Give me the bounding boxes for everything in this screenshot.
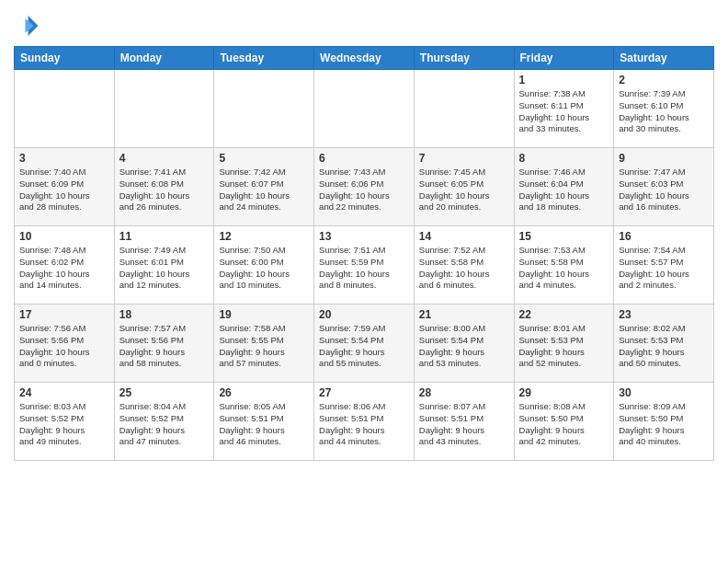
calendar-cell: 23Sunrise: 8:02 AM Sunset: 5:53 PM Dayli…	[614, 304, 714, 383]
calendar-cell: 26Sunrise: 8:05 AM Sunset: 5:51 PM Dayli…	[214, 383, 314, 461]
logo	[14, 13, 43, 39]
day-number: 14	[419, 230, 509, 243]
calendar-cell: 21Sunrise: 8:00 AM Sunset: 5:54 PM Dayli…	[414, 304, 514, 383]
day-info: Sunrise: 7:58 AM Sunset: 5:55 PM Dayligh…	[219, 323, 309, 370]
weekday-header-tuesday: Tuesday	[214, 47, 314, 70]
day-number: 30	[619, 386, 709, 399]
calendar-week-5: 24Sunrise: 8:03 AM Sunset: 5:52 PM Dayli…	[15, 383, 714, 461]
calendar-header-row: SundayMondayTuesdayWednesdayThursdayFrid…	[15, 47, 714, 70]
day-number: 10	[19, 230, 109, 243]
day-info: Sunrise: 7:41 AM Sunset: 6:08 PM Dayligh…	[119, 167, 210, 213]
day-info: Sunrise: 7:52 AM Sunset: 5:58 PM Dayligh…	[419, 245, 509, 292]
calendar-table: SundayMondayTuesdayWednesdayThursdayFrid…	[14, 46, 714, 461]
calendar-cell	[214, 70, 314, 148]
calendar-cell: 22Sunrise: 8:01 AM Sunset: 5:53 PM Dayli…	[514, 304, 614, 383]
day-number: 23	[619, 308, 709, 321]
day-number: 12	[219, 230, 309, 243]
day-info: Sunrise: 7:53 AM Sunset: 5:58 PM Dayligh…	[519, 245, 609, 292]
calendar-cell: 14Sunrise: 7:52 AM Sunset: 5:58 PM Dayli…	[414, 226, 514, 304]
calendar-week-4: 17Sunrise: 7:56 AM Sunset: 5:56 PM Dayli…	[15, 304, 714, 383]
day-info: Sunrise: 7:54 AM Sunset: 5:57 PM Dayligh…	[619, 245, 709, 292]
calendar-cell: 1Sunrise: 7:38 AM Sunset: 6:11 PM Daylig…	[514, 70, 614, 148]
calendar-cell: 11Sunrise: 7:49 AM Sunset: 6:01 PM Dayli…	[114, 226, 214, 304]
day-info: Sunrise: 7:56 AM Sunset: 5:56 PM Dayligh…	[19, 323, 109, 370]
day-info: Sunrise: 7:39 AM Sunset: 6:10 PM Dayligh…	[619, 88, 709, 135]
calendar-cell: 27Sunrise: 8:06 AM Sunset: 5:51 PM Dayli…	[314, 383, 415, 461]
day-info: Sunrise: 7:45 AM Sunset: 6:05 PM Dayligh…	[419, 167, 509, 213]
calendar-cell: 7Sunrise: 7:45 AM Sunset: 6:05 PM Daylig…	[414, 148, 514, 226]
calendar-cell: 12Sunrise: 7:50 AM Sunset: 6:00 PM Dayli…	[214, 226, 314, 304]
calendar-cell: 25Sunrise: 8:04 AM Sunset: 5:52 PM Dayli…	[114, 383, 214, 461]
day-number: 29	[519, 386, 609, 399]
day-number: 21	[419, 308, 509, 321]
weekday-header-friday: Friday	[514, 47, 614, 70]
calendar-cell: 6Sunrise: 7:43 AM Sunset: 6:06 PM Daylig…	[314, 148, 415, 226]
day-info: Sunrise: 8:02 AM Sunset: 5:53 PM Dayligh…	[619, 323, 709, 370]
calendar-cell: 5Sunrise: 7:42 AM Sunset: 6:07 PM Daylig…	[214, 148, 314, 226]
day-number: 11	[119, 230, 210, 243]
day-info: Sunrise: 8:07 AM Sunset: 5:51 PM Dayligh…	[419, 401, 509, 448]
calendar-cell: 29Sunrise: 8:08 AM Sunset: 5:50 PM Dayli…	[514, 383, 614, 461]
weekday-header-thursday: Thursday	[414, 47, 514, 70]
day-number: 6	[319, 152, 409, 165]
day-info: Sunrise: 8:06 AM Sunset: 5:51 PM Dayligh…	[319, 401, 409, 448]
day-info: Sunrise: 8:05 AM Sunset: 5:51 PM Dayligh…	[219, 401, 309, 448]
day-number: 16	[619, 230, 709, 243]
calendar-cell: 13Sunrise: 7:51 AM Sunset: 5:59 PM Dayli…	[314, 226, 415, 304]
day-number: 3	[19, 152, 109, 165]
calendar-cell	[15, 70, 115, 148]
weekday-header-saturday: Saturday	[614, 47, 714, 70]
day-number: 1	[519, 74, 609, 86]
day-number: 7	[419, 152, 509, 165]
day-info: Sunrise: 7:46 AM Sunset: 6:04 PM Dayligh…	[519, 167, 609, 213]
calendar-cell: 28Sunrise: 8:07 AM Sunset: 5:51 PM Dayli…	[414, 383, 514, 461]
weekday-header-sunday: Sunday	[15, 47, 115, 70]
day-info: Sunrise: 7:38 AM Sunset: 6:11 PM Dayligh…	[519, 88, 609, 135]
day-info: Sunrise: 7:57 AM Sunset: 5:56 PM Dayligh…	[119, 323, 210, 370]
day-number: 13	[319, 230, 409, 243]
calendar-cell: 8Sunrise: 7:46 AM Sunset: 6:04 PM Daylig…	[514, 148, 614, 226]
day-number: 15	[519, 230, 609, 243]
calendar-cell: 24Sunrise: 8:03 AM Sunset: 5:52 PM Dayli…	[15, 383, 115, 461]
calendar-cell: 4Sunrise: 7:41 AM Sunset: 6:08 PM Daylig…	[114, 148, 214, 226]
calendar-cell: 19Sunrise: 7:58 AM Sunset: 5:55 PM Dayli…	[214, 304, 314, 383]
day-number: 27	[319, 386, 409, 399]
day-number: 8	[519, 152, 609, 165]
calendar-cell	[414, 70, 514, 148]
day-info: Sunrise: 7:48 AM Sunset: 6:02 PM Dayligh…	[19, 245, 109, 292]
calendar-cell: 2Sunrise: 7:39 AM Sunset: 6:10 PM Daylig…	[614, 70, 714, 148]
calendar-cell: 30Sunrise: 8:09 AM Sunset: 5:50 PM Dayli…	[614, 383, 714, 461]
day-info: Sunrise: 8:09 AM Sunset: 5:50 PM Dayligh…	[619, 401, 709, 448]
day-info: Sunrise: 8:04 AM Sunset: 5:52 PM Dayligh…	[119, 401, 210, 448]
calendar-week-1: 1Sunrise: 7:38 AM Sunset: 6:11 PM Daylig…	[15, 70, 714, 148]
calendar-cell: 20Sunrise: 7:59 AM Sunset: 5:54 PM Dayli…	[314, 304, 415, 383]
calendar-cell: 15Sunrise: 7:53 AM Sunset: 5:58 PM Dayli…	[514, 226, 614, 304]
day-number: 17	[19, 308, 109, 321]
calendar-week-2: 3Sunrise: 7:40 AM Sunset: 6:09 PM Daylig…	[15, 148, 714, 226]
day-info: Sunrise: 7:51 AM Sunset: 5:59 PM Dayligh…	[319, 245, 409, 292]
day-number: 20	[319, 308, 409, 321]
day-info: Sunrise: 7:49 AM Sunset: 6:01 PM Dayligh…	[119, 245, 210, 292]
calendar-cell: 10Sunrise: 7:48 AM Sunset: 6:02 PM Dayli…	[15, 226, 115, 304]
calendar-cell: 17Sunrise: 7:56 AM Sunset: 5:56 PM Dayli…	[15, 304, 115, 383]
calendar-cell: 18Sunrise: 7:57 AM Sunset: 5:56 PM Dayli…	[114, 304, 214, 383]
calendar-cell	[114, 70, 214, 148]
day-info: Sunrise: 8:00 AM Sunset: 5:54 PM Dayligh…	[419, 323, 509, 370]
weekday-header-monday: Monday	[114, 47, 214, 70]
day-number: 2	[619, 74, 709, 86]
day-number: 19	[219, 308, 309, 321]
day-info: Sunrise: 7:50 AM Sunset: 6:00 PM Dayligh…	[219, 245, 309, 292]
logo-icon	[14, 13, 40, 39]
day-info: Sunrise: 7:47 AM Sunset: 6:03 PM Dayligh…	[619, 167, 709, 213]
day-info: Sunrise: 8:03 AM Sunset: 5:52 PM Dayligh…	[19, 401, 109, 448]
day-number: 4	[119, 152, 210, 165]
day-info: Sunrise: 7:40 AM Sunset: 6:09 PM Dayligh…	[19, 167, 109, 213]
day-info: Sunrise: 8:01 AM Sunset: 5:53 PM Dayligh…	[519, 323, 609, 370]
day-number: 26	[219, 386, 309, 399]
day-number: 22	[519, 308, 609, 321]
page-header	[14, 9, 714, 39]
day-number: 25	[119, 386, 210, 399]
day-number: 28	[419, 386, 509, 399]
day-number: 24	[19, 386, 109, 399]
day-info: Sunrise: 7:43 AM Sunset: 6:06 PM Dayligh…	[319, 167, 409, 213]
